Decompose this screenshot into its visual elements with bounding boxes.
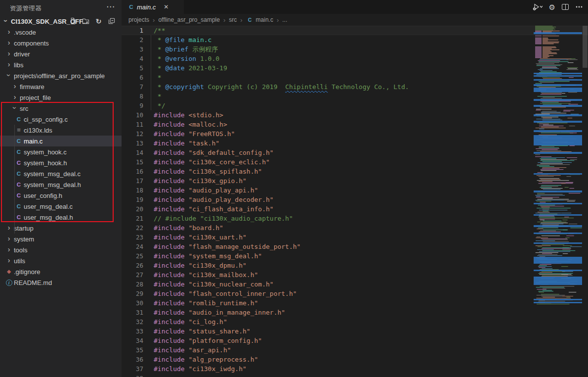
breadcrumb-item-main.c[interactable]: Cmain.c xyxy=(246,16,273,24)
tree-item-label: system xyxy=(14,236,34,243)
line-number: 14 xyxy=(122,148,143,157)
code-line-19[interactable]: 19#include "audio_play_decoder.h" xyxy=(122,195,588,204)
code-line-27[interactable]: 27#include "ci130x_mailbox.h" xyxy=(122,270,588,280)
tree-item-system-hook.c[interactable]: Csystem_hook.c xyxy=(0,146,122,157)
tree-item-ci-ssp-config.c[interactable]: Cci_ssp_config.c xyxy=(0,114,122,125)
code-line-9[interactable]: 9 */ xyxy=(122,101,588,110)
code-line-20[interactable]: 20#include "ci_flash_data_info.h" xyxy=(122,204,588,214)
code-line-32[interactable]: 32#include "ci_log.h" xyxy=(122,317,588,327)
breadcrumb-item-projects[interactable]: projects xyxy=(128,16,149,23)
collapse-folders-icon[interactable] xyxy=(107,17,116,25)
code-line-16[interactable]: 16#include "ci130x_spiflash.h" xyxy=(122,167,588,176)
tree-item-projects-offline-asr-pro-sample[interactable]: ›projects\offline_asr_pro_sample xyxy=(0,70,122,81)
code-line-30[interactable]: 30#include "romlib_runtime.h" xyxy=(122,298,588,308)
code-line-2[interactable]: 2 * @file main.c xyxy=(122,35,588,45)
code-line-29[interactable]: 29#include "flash_control_inner_port.h" xyxy=(122,289,588,298)
code-line-34[interactable]: 34#include "platform_config.h" xyxy=(122,336,588,345)
code-line-8[interactable]: 8 * xyxy=(122,92,588,101)
code-line-4[interactable]: 4 * @version 1.0.0 xyxy=(122,54,588,63)
new-file-icon[interactable] xyxy=(69,17,77,25)
tree-item-readme.md[interactable]: iREADME.md xyxy=(0,277,122,288)
line-content: * @version 1.0.0 xyxy=(154,54,219,63)
tree-item-label: components xyxy=(14,40,49,47)
code-line-6[interactable]: 6 * xyxy=(122,73,588,82)
refresh-icon[interactable]: ↻ xyxy=(94,17,103,25)
tree-item-system-msg-deal.c[interactable]: Csystem_msg_deal.c xyxy=(0,168,122,179)
tree-item-startup[interactable]: ›startup xyxy=(0,223,122,234)
line-number: 29 xyxy=(122,289,143,298)
code-line-17[interactable]: 17#include "ci130x_gpio.h" xyxy=(122,176,588,186)
settings-gear-icon[interactable]: ⚙ xyxy=(549,3,555,11)
c-header-icon: C xyxy=(15,181,23,188)
code-line-12[interactable]: 12#include "FreeRTOS.h" xyxy=(122,129,588,139)
close-icon[interactable]: ✕ xyxy=(164,3,168,10)
editor-scrollbar[interactable] xyxy=(582,26,588,377)
tree-item-user-msg-deal.c[interactable]: Cuser_msg_deal.c xyxy=(0,201,122,212)
indent-guide xyxy=(151,35,151,110)
breadcrumb-item-...[interactable]: ... xyxy=(282,16,287,23)
tree-item-user-msg-deal.h[interactable]: Cuser_msg_deal.h xyxy=(0,212,122,223)
tree-item-label: src xyxy=(20,105,28,112)
tree-item-.gitignore[interactable]: ◆.gitignore xyxy=(0,266,122,277)
vscode-window: 资源管理器 ⋯ › CI130X_SDK_ASR_OFF... xyxy=(0,0,588,377)
line-number: 6 xyxy=(122,73,143,82)
scrollbar-thumb[interactable] xyxy=(583,26,588,68)
code-line-36[interactable]: 36#include "alg_preprocess.h" xyxy=(122,355,588,364)
tree-item-main.c[interactable]: Cmain.c xyxy=(0,136,122,146)
tree-item-src[interactable]: ›src xyxy=(0,103,122,114)
code-line-24[interactable]: 24#include "flash_manage_outside_port.h" xyxy=(122,242,588,251)
breadcrumb-item-src[interactable]: src xyxy=(229,16,237,23)
explorer-more-actions-icon[interactable]: ⋯ xyxy=(106,1,115,12)
code-line-22[interactable]: 22#include "board.h" xyxy=(122,223,588,233)
code-line-18[interactable]: 18#include "audio_play_api.h" xyxy=(122,186,588,195)
code-line-33[interactable]: 33#include "status_share.h" xyxy=(122,327,588,336)
tree-item-utils[interactable]: ›utils xyxy=(0,255,122,266)
tree-item-ci130x.lds[interactable]: ≡ci130x.lds xyxy=(0,125,122,136)
code-line-31[interactable]: 31#include "audio_in_manage_inner.h" xyxy=(122,308,588,317)
line-content: #include "ci130x_mailbox.h" xyxy=(154,270,258,280)
tree-item-project-file[interactable]: ›project_file xyxy=(0,92,122,103)
new-folder-icon[interactable] xyxy=(82,17,90,25)
run-or-debug-icon[interactable] xyxy=(532,3,543,11)
breadcrumb-item-offline-asr-pro-sample[interactable]: offline_asr_pro_sample xyxy=(158,16,220,23)
code-line-25[interactable]: 25#include "system_msg_deal.h" xyxy=(122,251,588,261)
code-line-28[interactable]: 28#include "ci130x_nuclear_com.h" xyxy=(122,280,588,289)
line-number: 10 xyxy=(122,110,143,120)
code-editor[interactable]: 1/**2 * @file main.c3 * @brief 示例程序4 * @… xyxy=(122,26,588,377)
code-line-35[interactable]: 35#include "asr_api.h" xyxy=(122,345,588,355)
line-content: #include "task.h" xyxy=(154,139,219,148)
tree-item-system-hook.h[interactable]: Csystem_hook.h xyxy=(0,157,122,168)
code-line-37[interactable]: 37#include "ci130x_iwdg.h" xyxy=(122,364,588,374)
tree-item-system[interactable]: ›system xyxy=(0,234,122,244)
tree-item-firmware[interactable]: ›firmware xyxy=(0,81,122,92)
minimap[interactable] xyxy=(534,26,582,377)
code-line-13[interactable]: 13#include "task.h" xyxy=(122,139,588,148)
more-actions-icon[interactable] xyxy=(575,3,583,11)
tree-item-system-msg-deal.h[interactable]: Csystem_msg_deal.h xyxy=(0,179,122,190)
code-line-10[interactable]: 10#include <stdio.h> xyxy=(122,110,588,120)
breadcrumb-separator: › xyxy=(277,16,279,24)
code-line-14[interactable]: 14#include "sdk_default_config.h" xyxy=(122,148,588,157)
line-number: 31 xyxy=(122,308,143,317)
tab-bar: C main.c ✕ ⚙ xyxy=(122,0,588,14)
tree-item-user-config.h[interactable]: Cuser_config.h xyxy=(0,190,122,201)
tree-item-driver[interactable]: ›driver xyxy=(0,48,122,59)
code-line-15[interactable]: 15#include "ci130x_core_eclic.h" xyxy=(122,157,588,167)
split-editor-icon[interactable] xyxy=(562,4,569,10)
code-line-1[interactable]: 1/** xyxy=(122,26,588,35)
code-line-7[interactable]: 7 * @copyright Copyright (c) 2019 Chipin… xyxy=(122,82,588,92)
code-line-11[interactable]: 11#include <malloc.h> xyxy=(122,120,588,129)
tree-item-libs[interactable]: ›libs xyxy=(0,59,122,70)
code-line-26[interactable]: 26#include "ci130x_dpmu.h" xyxy=(122,261,588,270)
tab-main-c[interactable]: C main.c ✕ xyxy=(122,0,184,14)
code-line-23[interactable]: 23#include "ci130x_uart.h" xyxy=(122,233,588,242)
tree-item-components[interactable]: ›components xyxy=(0,38,122,48)
tree-item-tools[interactable]: ›tools xyxy=(0,244,122,255)
code-line-3[interactable]: 3 * @brief 示例程序 xyxy=(122,45,588,54)
chevron-right-icon: › xyxy=(11,82,19,90)
code-line-21[interactable]: 21// #include "ci130x_audio_capture.h" xyxy=(122,214,588,223)
project-section-header[interactable]: › CI130X_SDK_ASR_OFF... ↻ xyxy=(0,16,122,27)
code-line-5[interactable]: 5 * @date 2021-03-19 xyxy=(122,63,588,73)
code-line-38[interactable]: 38 xyxy=(122,374,588,377)
tree-item-.vscode[interactable]: ›.vscode xyxy=(0,27,122,38)
